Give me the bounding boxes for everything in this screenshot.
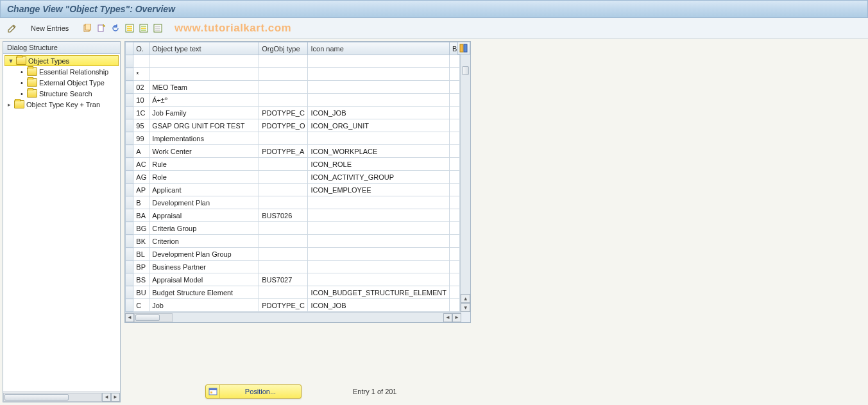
cell-icon[interactable] [308,55,449,68]
row-selector[interactable] [126,132,133,145]
cell-text[interactable]: Business Partner [149,261,259,273]
cell-b[interactable] [449,273,459,286]
cell-org[interactable] [259,94,308,107]
cell-o[interactable]: BU [133,286,149,299]
cell-icon[interactable] [308,273,449,286]
scroll-down-icon[interactable]: ▼ [461,303,470,312]
table-row[interactable]: BPBusiness Partner [126,261,460,273]
scroll-up-step-icon[interactable]: ▲ [461,294,470,303]
cell-text[interactable]: Criteria Group [149,222,259,235]
table-row[interactable]: 95GSAP ORG UNIT FOR TESTPDOTYPE_OICON_OR… [126,119,460,132]
cell-icon[interactable]: ICON_ORG_UNIT [308,119,449,132]
tree-node[interactable]: •Essential Relationship [3,66,120,77]
table-row[interactable]: BDevelopment Plan [126,196,460,209]
cell-text[interactable] [149,68,259,81]
cell-org[interactable] [259,235,308,248]
cell-icon[interactable] [308,209,449,222]
table-row[interactable]: BGCriteria Group [126,222,460,235]
cell-o[interactable]: 1C [133,107,149,119]
cell-text[interactable]: Job [149,299,259,312]
row-selector[interactable] [126,68,133,81]
cell-org[interactable] [259,132,308,145]
column-header-text[interactable]: Object type text [149,42,259,55]
row-selector[interactable] [126,158,133,171]
table-row[interactable]: 1CJob FamilyPDOTYPE_CICON_JOB [126,107,460,119]
cell-text[interactable]: Work Center [149,145,259,158]
hscroll-left-icon[interactable]: ◄ [125,313,134,322]
cell-o[interactable]: BL [133,248,149,261]
row-selector[interactable] [126,235,133,248]
cell-o[interactable]: BG [133,222,149,235]
cell-icon[interactable] [308,196,449,209]
column-header-objtype[interactable]: O. [133,42,149,55]
row-selector[interactable] [126,286,133,299]
object-types-table[interactable]: O. Object type text OrgObj type Icon nam… [125,42,460,312]
cell-org[interactable]: BUS7026 [259,209,308,222]
expand-icon[interactable]: • [19,90,25,98]
cell-icon[interactable]: ICON_ACTIVITY_GROUP [308,171,449,184]
cell-o[interactable]: C [133,299,149,312]
cell-icon[interactable] [308,235,449,248]
row-selector[interactable] [126,94,133,107]
cell-text[interactable]: Role [149,171,259,184]
hscroll-left2-icon[interactable]: ◄ [443,313,452,322]
column-header-iconname[interactable]: Icon name [308,42,449,55]
hscroll-right-icon[interactable]: ► [452,313,461,322]
new-entries-button[interactable]: New Entries [27,23,72,33]
row-selector[interactable] [126,171,133,184]
scroll-right-icon[interactable]: ► [111,393,120,402]
cell-org[interactable] [259,171,308,184]
deselect-all-icon[interactable] [152,22,164,34]
cell-b[interactable] [449,94,459,107]
cell-b[interactable] [449,119,459,132]
cell-text[interactable]: GSAP ORG UNIT FOR TEST [149,119,259,132]
cell-b[interactable] [449,107,459,119]
table-row[interactable]: AWork CenterPDOTYPE_AICON_WORKPLACE [126,145,460,158]
cell-o[interactable]: 99 [133,132,149,145]
cell-org[interactable]: PDOTYPE_C [259,299,308,312]
row-selector[interactable] [126,145,133,158]
table-row[interactable]: BAAppraisalBUS7026 [126,209,460,222]
table-row[interactable]: BSAppraisal ModelBUS7027 [126,273,460,286]
table-row[interactable]: ACRuleICON_ROLE [126,158,460,171]
table-row[interactable]: BLDevelopment Plan Group [126,248,460,261]
table-row[interactable]: CJobPDOTYPE_CICON_JOB [126,299,460,312]
cell-b[interactable] [449,286,459,299]
tree-node[interactable]: •Structure Search [3,88,120,99]
tree-node[interactable]: ▸Object Type Key + Tran [3,99,120,110]
cell-org[interactable] [259,286,308,299]
cell-o[interactable]: BK [133,235,149,248]
cell-text[interactable]: Development Plan [149,196,259,209]
row-selector[interactable] [126,81,133,94]
cell-o[interactable]: BP [133,261,149,273]
row-selector[interactable] [126,119,133,132]
cell-o[interactable] [133,55,149,68]
cell-text[interactable]: Implementations [149,132,259,145]
undo-icon[interactable] [110,22,121,34]
cell-o[interactable]: BS [133,273,149,286]
cell-icon[interactable] [308,261,449,273]
cell-text[interactable]: Criterion [149,235,259,248]
cell-org[interactable] [259,222,308,235]
tree-horizontal-scrollbar[interactable]: ◄ ► [3,392,120,402]
cell-text[interactable]: Applicant [149,184,259,196]
table-row[interactable]: 10Á÷±º [126,94,460,107]
cell-icon[interactable] [308,248,449,261]
table-row[interactable]: 02MEO Team [126,81,460,94]
row-selector-header[interactable] [126,42,133,55]
cell-b[interactable] [449,158,459,171]
cell-org[interactable] [259,81,308,94]
cell-o[interactable]: AG [133,171,149,184]
row-selector[interactable] [126,184,133,196]
toggle-change-icon[interactable] [6,22,18,34]
row-selector[interactable] [126,196,133,209]
table-horizontal-scrollbar[interactable]: ◄ ◄ ► [125,312,461,322]
cell-icon[interactable]: ICON_JOB [308,107,449,119]
expand-icon[interactable]: • [19,79,25,87]
tree-node[interactable]: ▼Object Types [4,55,119,66]
cell-org[interactable] [259,55,308,68]
cell-b[interactable] [449,299,459,312]
cell-b[interactable] [449,261,459,273]
row-selector[interactable] [126,209,133,222]
cell-icon[interactable] [308,81,449,94]
